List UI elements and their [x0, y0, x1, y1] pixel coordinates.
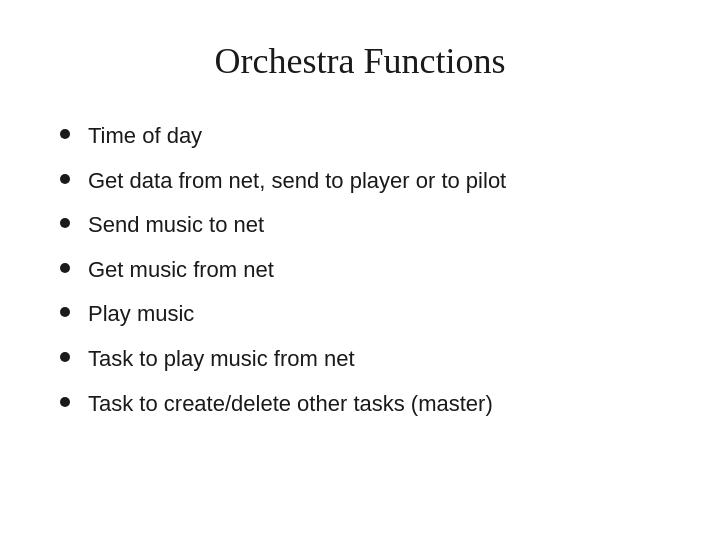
slide: Orchestra Functions Time of day Get data…: [0, 0, 720, 540]
list-item: Time of day: [60, 122, 660, 151]
bullet-text-3: Send music to net: [88, 211, 264, 240]
bullet-text-7: Task to create/delete other tasks (maste…: [88, 390, 493, 419]
bullet-list: Time of day Get data from net, send to p…: [60, 122, 660, 434]
bullet-dot-4: [60, 263, 70, 273]
bullet-dot-5: [60, 307, 70, 317]
bullet-dot-2: [60, 174, 70, 184]
list-item: Get data from net, send to player or to …: [60, 167, 660, 196]
bullet-text-4: Get music from net: [88, 256, 274, 285]
bullet-dot-6: [60, 352, 70, 362]
bullet-dot-7: [60, 397, 70, 407]
bullet-dot-1: [60, 129, 70, 139]
bullet-text-2: Get data from net, send to player or to …: [88, 167, 506, 196]
bullet-text-1: Time of day: [88, 122, 202, 151]
list-item: Task to create/delete other tasks (maste…: [60, 390, 660, 419]
bullet-text-5: Play music: [88, 300, 194, 329]
list-item: Task to play music from net: [60, 345, 660, 374]
list-item: Get music from net: [60, 256, 660, 285]
list-item: Send music to net: [60, 211, 660, 240]
list-item: Play music: [60, 300, 660, 329]
bullet-text-6: Task to play music from net: [88, 345, 355, 374]
bullet-dot-3: [60, 218, 70, 228]
slide-title: Orchestra Functions: [60, 40, 660, 82]
